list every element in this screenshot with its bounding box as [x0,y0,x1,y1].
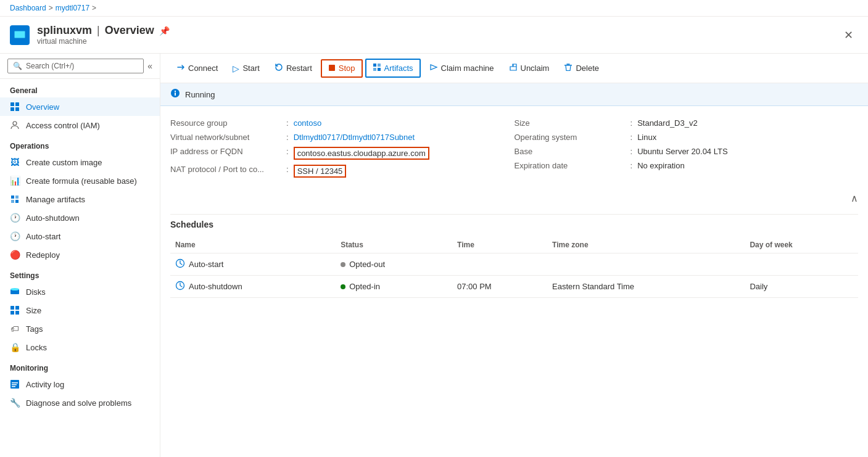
autostart-timezone [547,253,745,276]
section-label-operations: Operations [0,134,160,153]
locks-icon: 🔒 [10,342,20,352]
svg-rect-9 [15,196,19,199]
breadcrumb-sep1: > [49,4,53,12]
sidebar-item-disks[interactable]: Disks [0,282,160,301]
collapse-details: ∧ [170,190,858,209]
sidebar-item-overview[interactable]: Overview [0,97,160,116]
sidebar-item-size[interactable]: Size [0,301,160,319]
artifacts-toolbar-icon [373,63,381,73]
sidebar-item-access-control[interactable]: Access control (IAM) [0,116,160,134]
schedules-title: Schedules [170,220,858,229]
virtual-network-link[interactable]: Dtlmydtl0717/Dtlmydtl0717Subnet [294,133,415,142]
collapse-sidebar-button[interactable]: « [147,61,152,71]
start-button[interactable]: ▷ Start [226,60,265,76]
svg-rect-1 [17,38,22,39]
connect-icon [176,63,185,73]
page-title: Overview [105,24,154,37]
artifacts-button[interactable]: Artifacts [365,59,421,78]
delete-button[interactable]: Delete [558,60,605,76]
autoshutdown-timezone: Eastern Standard Time [547,276,745,298]
pin-icon[interactable]: 📌 [159,26,170,36]
autostart-time [452,253,547,276]
tags-icon: 🏷 [10,324,20,334]
sidebar-search[interactable]: 🔍 Search (Ctrl+/) [7,59,144,73]
breadcrumb-mydtl[interactable]: mydtl0717 [56,4,89,12]
schedule-row-autostart: Auto-start Opted-out [170,253,858,276]
autostart-name: Auto-start [189,260,223,269]
section-label-settings: Settings [0,264,160,282]
col-status: Status [336,237,452,253]
access-control-icon [10,120,20,130]
svg-rect-20 [12,384,17,385]
status-banner: Running [160,83,868,106]
detail-expiration: Expiration date : No expiration [515,159,859,173]
auto-shutdown-icon: 🕐 [10,213,20,223]
vm-subtitle: virtual machine [37,37,170,46]
unclaim-icon [509,63,518,73]
unclaim-button[interactable]: Unclaim [503,60,556,76]
sidebar-item-locks[interactable]: 🔒 Locks [0,338,160,356]
svg-rect-0 [14,31,25,38]
breadcrumb-sep2: > [92,4,96,12]
sidebar-item-auto-shutdown[interactable]: 🕐 Auto-shutdown [0,208,160,227]
svg-rect-25 [373,68,376,71]
sidebar-item-create-custom-image[interactable]: 🖼 Create custom image [0,153,160,171]
sidebar-item-label: Auto-shutdown [26,213,80,223]
ip-fqdn-value: contoso.eastus.cloudapp.azure.com [294,147,429,160]
claim-icon [429,63,438,73]
connect-button[interactable]: Connect [170,60,224,76]
detail-resource-group: Resource group : contoso [170,116,515,130]
section-settings: Settings Disks Size 🏷 Tags 🔒 Locks [0,264,160,356]
autoshutdown-status: Opted-in [349,282,380,291]
svg-rect-29 [175,93,176,96]
schedules-section: Schedules Name Status Time Time zone Day… [170,220,858,298]
sidebar-item-create-formula[interactable]: 📊 Create formula (reusable base) [0,171,160,190]
svg-rect-11 [15,200,19,203]
nat-protocol-value: SSH / 12345 [294,165,347,178]
sidebar-item-diagnose[interactable]: 🔧 Diagnose and solve problems [0,393,160,412]
stop-button[interactable]: Stop [321,59,363,78]
sidebar-item-redeploy[interactable]: 🔴 Redeploy [0,245,160,264]
sidebar-item-manage-artifacts[interactable]: Manage artifacts [0,190,160,208]
autostart-schedule-icon [175,258,185,270]
sidebar-item-tags[interactable]: 🏷 Tags [0,319,160,338]
section-divider [170,214,858,215]
close-button[interactable]: ✕ [839,26,858,44]
schedule-row-autoshutdown: Auto-shutdown Opted-in 07:00 PM Eastern [170,276,858,298]
search-placeholder: Search (Ctrl+/) [26,62,74,70]
autostart-status-dot [341,262,345,267]
svg-rect-5 [10,107,14,111]
delete-icon [564,63,572,73]
svg-rect-15 [15,306,19,310]
sidebar-item-label: Activity log [26,380,64,389]
detail-base: Base : Ubuntu Server 20.04 LTS [515,144,859,159]
sidebar-item-auto-start[interactable]: 🕐 Auto-start [0,227,160,245]
detail-os: Operating system : Linux [515,130,859,144]
svg-rect-14 [10,306,14,310]
restart-button[interactable]: Restart [268,60,318,76]
svg-rect-21 [12,386,15,387]
info-icon [170,88,180,101]
create-image-icon: 🖼 [10,157,20,167]
svg-rect-19 [12,382,18,384]
sidebar-item-activity-log[interactable]: Activity log [0,375,160,393]
sidebar-item-label: Manage artifacts [26,195,85,204]
detail-size: Size : Standard_D3_v2 [515,116,859,130]
col-day: Day of week [745,237,858,253]
resource-group-link[interactable]: contoso [294,118,322,128]
formula-icon: 📊 [10,176,20,186]
section-label-general: General [0,79,160,97]
breadcrumb-dashboard[interactable]: Dashboard [10,4,46,12]
svg-rect-16 [10,311,14,315]
sidebar-item-label: Tags [26,324,43,334]
svg-rect-22 [329,65,335,71]
sidebar-item-label: Diagnose and solve problems [26,398,131,408]
redeploy-icon: 🔴 [10,250,20,260]
sidebar-item-label: Create custom image [26,158,102,167]
claim-machine-button[interactable]: Claim machine [423,60,500,76]
svg-rect-24 [378,64,381,67]
sidebar-item-label: Access control (IAM) [26,121,100,130]
section-label-monitoring: Monitoring [0,356,160,375]
sidebar-item-label: Disks [26,287,46,297]
collapse-details-button[interactable]: ∧ [851,192,858,204]
